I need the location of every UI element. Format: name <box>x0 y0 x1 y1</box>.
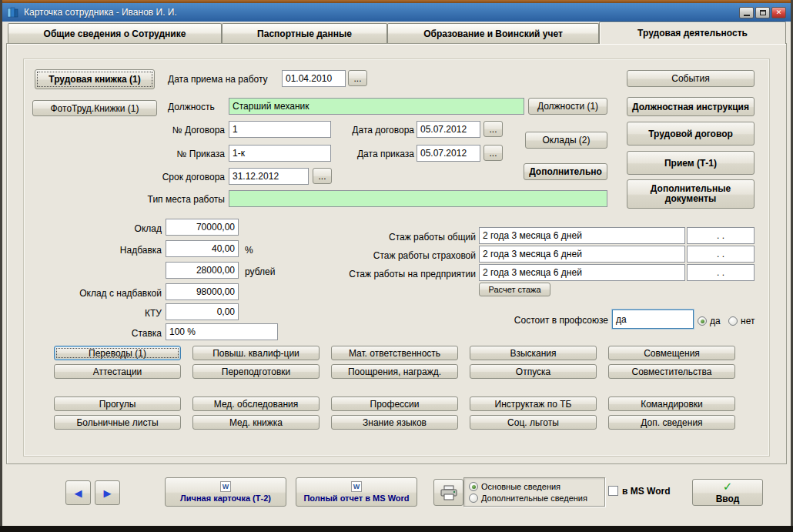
grid-button-povysh-kvalifikacii[interactable]: Повыш. квалиф-ции <box>192 346 320 360</box>
grid-button-perevody[interactable]: Переводы (1) <box>54 346 181 360</box>
salaries-button[interactable]: Оклады (2) <box>525 132 607 149</box>
grid-button-bolnichnye-listy[interactable]: Больничные листы <box>54 415 181 430</box>
seniority-company-label: Стаж работы на предприятии <box>322 269 476 280</box>
order-date-field[interactable]: 05.07.2012 <box>417 145 480 162</box>
salary-with-bonus-field[interactable]: 98000,00 <box>166 283 239 300</box>
position-field[interactable]: Старший механик <box>229 98 524 115</box>
hire-date-picker-button[interactable]: ... <box>348 70 367 86</box>
rubles-label: рублей <box>245 266 275 278</box>
minimize-icon <box>744 15 750 16</box>
titlebar[interactable]: Карточка сотрудника - Иванов И. И. ✕ <box>2 3 791 22</box>
seniority-total-date-field[interactable]: . . <box>687 227 755 244</box>
contract-number-field[interactable]: 1 <box>229 121 331 138</box>
contract-date-label: Дата договора <box>345 125 414 136</box>
window-frame-left <box>0 0 2 532</box>
seniority-total-label: Стаж работы общий <box>331 232 476 243</box>
position-label: Должность <box>168 102 215 113</box>
percent-sign-label: % <box>245 245 253 256</box>
bonus-rubles-field[interactable]: 28000,00 <box>166 262 239 279</box>
seniority-insurance-field[interactable]: 2 года 3 месяца 6 дней <box>479 246 685 263</box>
grid-button-znanie-yazykov[interactable]: Знание языков <box>331 415 458 430</box>
employee-card-window: Карточка сотрудника - Иванов И. И. ✕ Общ… <box>0 0 793 532</box>
ktu-label: КТУ <box>115 308 162 320</box>
minimize-button[interactable] <box>739 7 754 18</box>
grid-button-sovmeshcheniya[interactable]: Совмещения <box>608 346 735 360</box>
grid-button-professii[interactable]: Профессии <box>331 396 458 411</box>
hiring-t1-button[interactable]: Прием (Т-1) <box>627 151 755 175</box>
full-report-word-label: Полный отчет в MS Word <box>303 494 409 503</box>
grid-button-proguly[interactable]: Прогулы <box>54 396 181 411</box>
union-yes-radio[interactable]: да <box>698 316 721 326</box>
additional-documents-button[interactable]: Дополнительные документы <box>627 179 755 209</box>
seniority-company-field[interactable]: 2 года 3 месяца 6 дней <box>479 264 685 281</box>
prev-record-button[interactable]: ◀ <box>65 480 91 505</box>
caption-buttons: ✕ <box>738 7 786 18</box>
workplace-type-field[interactable] <box>229 190 607 207</box>
photo-labor-book-button[interactable]: ФотоТруд.Книжки (1) <box>32 100 157 116</box>
in-word-checkbox[interactable] <box>608 486 618 496</box>
order-date-label: Дата приказа <box>345 149 414 160</box>
grid-button-dop-svedeniya[interactable]: Доп. сведения <box>608 415 735 430</box>
contract-date-picker-button[interactable]: ... <box>483 121 503 137</box>
union-yes-radio-label: да <box>710 316 721 326</box>
tab-labor-activity[interactable]: Трудовая деятельность <box>599 22 786 44</box>
grid-button-med-obsledovaniya[interactable]: Мед. обследования <box>192 396 320 411</box>
grid-button-perepodgotovki[interactable]: Переподготовки <box>192 364 320 379</box>
grid-button-sovmestitelstva[interactable]: Совместительства <box>608 364 735 379</box>
order-number-field[interactable]: 1-к <box>229 145 331 162</box>
grid-button-komandirovki[interactable]: Командировки <box>608 396 735 411</box>
additional-info-radio[interactable]: Дополнительные сведения <box>469 494 600 503</box>
close-button[interactable]: ✕ <box>771 7 786 18</box>
salary-field[interactable]: 70000,00 <box>166 219 239 236</box>
contract-number-label: № Договора <box>166 125 225 136</box>
bonus-percent-field[interactable]: 40,00 <box>166 240 239 257</box>
contract-term-picker-button[interactable]: ... <box>313 168 332 184</box>
tab-general-info[interactable]: Общие сведения о Сотруднике <box>8 23 222 43</box>
grid-button-pooshchreniya[interactable]: Поощрения, награжд. <box>331 364 458 379</box>
maximize-icon <box>760 10 766 15</box>
grid-button-mat-otvetstvennost[interactable]: Мат. ответственность <box>331 346 458 360</box>
main-info-radio[interactable]: Основные сведения <box>469 482 600 491</box>
personal-card-t2-label: Личная карточка (Т-2) <box>180 494 271 503</box>
grid-button-med-knizhka[interactable]: Мед. книжка <box>192 415 320 430</box>
workplace-type-label: Тип места работы <box>139 194 225 206</box>
union-no-radio[interactable]: нет <box>728 316 755 326</box>
seniority-insurance-label: Стаж работы страховой <box>331 250 476 262</box>
grid-button-otpuska[interactable]: Отпуска <box>470 364 597 379</box>
labor-book-button[interactable]: Трудовая книжка (1) <box>35 69 155 89</box>
union-label: Состоит в профсоюзе <box>477 315 608 326</box>
maximize-button[interactable] <box>755 7 770 18</box>
print-button[interactable] <box>433 479 463 506</box>
window-title: Карточка сотрудника - Иванов И. И. <box>24 7 177 18</box>
tab-education-military[interactable]: Образование и Воинский учет <box>387 23 599 43</box>
hire-date-label: Дата приема на работу <box>168 74 268 85</box>
rate-field[interactable]: 100 % <box>166 323 278 340</box>
radio-dot-icon <box>469 494 478 503</box>
close-icon: ✕ <box>776 9 782 16</box>
ktu-field[interactable]: 0,00 <box>166 303 239 320</box>
order-date-picker-button[interactable]: ... <box>483 145 503 161</box>
seniority-total-field[interactable]: 2 года 3 месяца 6 дней <box>479 227 685 244</box>
personal-card-t2-button[interactable]: W Личная карточка (Т-2) <box>165 477 286 507</box>
contract-term-field[interactable]: 31.12.2012 <box>229 168 309 185</box>
grid-button-soc-lgoty[interactable]: Соц. льготы <box>470 415 597 430</box>
grid-button-attestacii[interactable]: Аттестации <box>54 364 181 379</box>
full-report-word-button[interactable]: W Полный отчет в MS Word <box>296 477 417 507</box>
enter-button[interactable]: ✓ Ввод <box>692 479 763 506</box>
union-field[interactable]: да <box>612 309 694 329</box>
positions-button[interactable]: Должности (1) <box>528 98 607 115</box>
word-document-icon: W <box>220 481 231 492</box>
calculate-seniority-button[interactable]: Расчет стажа <box>479 283 550 296</box>
contract-date-field[interactable]: 05.07.2012 <box>417 121 480 138</box>
seniority-company-date-field[interactable]: . . <box>687 264 755 281</box>
tab-passport-data[interactable]: Паспортные данные <box>222 23 387 43</box>
labor-contract-button[interactable]: Трудовой договор <box>627 122 755 146</box>
next-record-button[interactable]: ▶ <box>95 480 120 505</box>
hire-date-field[interactable]: 01.04.2010 <box>282 70 346 87</box>
additional-button[interactable]: Дополнительно <box>524 163 607 180</box>
job-description-button[interactable]: Должностная инструкция <box>627 97 755 116</box>
seniority-insurance-date-field[interactable]: . . <box>687 246 755 263</box>
events-button[interactable]: События <box>627 70 755 87</box>
grid-button-vzyskaniya[interactable]: Взыскания <box>470 346 597 360</box>
grid-button-instruktazh-tb[interactable]: Инструктаж по ТБ <box>470 396 597 411</box>
